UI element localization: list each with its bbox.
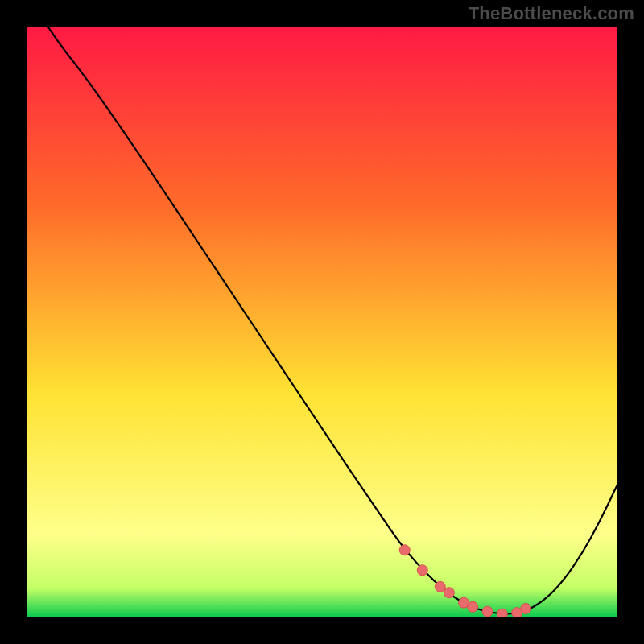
marker-dot xyxy=(482,606,493,617)
attribution-text: TheBottleneck.com xyxy=(469,3,634,24)
marker-dot xyxy=(417,565,427,576)
plot-area xyxy=(27,27,617,617)
marker-dot xyxy=(444,588,454,598)
gradient-background xyxy=(27,27,617,617)
chart-wrapper: TheBottleneck.com xyxy=(0,0,644,644)
marker-dot xyxy=(435,581,445,592)
marker-dot xyxy=(521,603,531,613)
chart-svg xyxy=(27,27,617,617)
marker-dot xyxy=(399,545,410,555)
marker-dot xyxy=(468,601,478,612)
marker-dot xyxy=(497,609,507,617)
